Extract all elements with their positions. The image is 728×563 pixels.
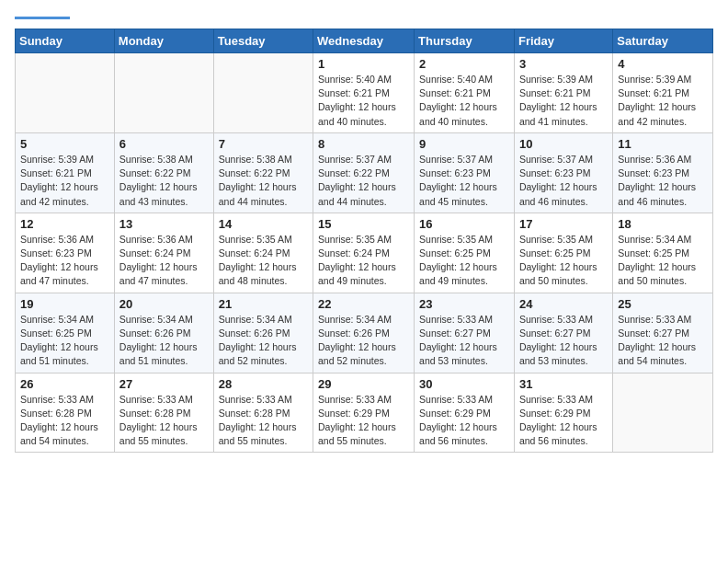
- day-info: Sunrise: 5:40 AMSunset: 6:21 PMDaylight:…: [318, 73, 409, 129]
- calendar-cell: 4Sunrise: 5:39 AMSunset: 6:21 PMDaylight…: [613, 53, 713, 133]
- weekday-header-saturday: Saturday: [613, 29, 713, 53]
- calendar-cell: 21Sunrise: 5:34 AMSunset: 6:26 PMDayligh…: [213, 293, 313, 373]
- day-number: 24: [519, 297, 608, 311]
- day-info: Sunrise: 5:37 AMSunset: 6:22 PMDaylight:…: [318, 153, 409, 209]
- day-info: Sunrise: 5:36 AMSunset: 6:23 PMDaylight:…: [618, 153, 708, 209]
- calendar-week-row: 12Sunrise: 5:36 AMSunset: 6:23 PMDayligh…: [16, 213, 713, 293]
- day-info: Sunrise: 5:35 AMSunset: 6:24 PMDaylight:…: [219, 233, 308, 289]
- weekday-header-wednesday: Wednesday: [313, 29, 415, 53]
- calendar-cell: 24Sunrise: 5:33 AMSunset: 6:27 PMDayligh…: [514, 293, 612, 373]
- day-number: 29: [318, 377, 409, 391]
- day-number: 31: [519, 377, 608, 391]
- calendar-cell: [16, 53, 115, 133]
- day-info: Sunrise: 5:33 AMSunset: 6:28 PMDaylight:…: [219, 393, 308, 449]
- calendar-week-row: 26Sunrise: 5:33 AMSunset: 6:28 PMDayligh…: [16, 373, 713, 453]
- calendar-week-row: 1Sunrise: 5:40 AMSunset: 6:21 PMDaylight…: [16, 53, 713, 133]
- calendar-cell: 12Sunrise: 5:36 AMSunset: 6:23 PMDayligh…: [16, 213, 115, 293]
- day-number: 27: [119, 377, 209, 391]
- calendar-cell: 19Sunrise: 5:34 AMSunset: 6:25 PMDayligh…: [16, 293, 115, 373]
- day-number: 8: [318, 137, 409, 151]
- day-info: Sunrise: 5:33 AMSunset: 6:29 PMDaylight:…: [318, 393, 409, 449]
- day-number: 23: [419, 297, 509, 311]
- calendar-cell: 10Sunrise: 5:37 AMSunset: 6:23 PMDayligh…: [514, 132, 612, 213]
- calendar-cell: 28Sunrise: 5:33 AMSunset: 6:28 PMDayligh…: [213, 373, 313, 453]
- calendar-cell: 7Sunrise: 5:38 AMSunset: 6:22 PMDaylight…: [213, 132, 313, 213]
- calendar-cell: 5Sunrise: 5:39 AMSunset: 6:21 PMDaylight…: [16, 132, 115, 213]
- calendar-table: SundayMondayTuesdayWednesdayThursdayFrid…: [15, 29, 713, 453]
- page-header: [15, 15, 713, 19]
- calendar-cell: 31Sunrise: 5:33 AMSunset: 6:29 PMDayligh…: [514, 373, 612, 453]
- calendar-cell: [213, 53, 313, 133]
- weekday-header-friday: Friday: [514, 29, 612, 53]
- day-number: 21: [219, 297, 308, 311]
- day-info: Sunrise: 5:34 AMSunset: 6:25 PMDaylight:…: [618, 233, 708, 289]
- day-info: Sunrise: 5:34 AMSunset: 6:25 PMDaylight:…: [20, 313, 109, 369]
- day-info: Sunrise: 5:33 AMSunset: 6:27 PMDaylight:…: [419, 313, 509, 369]
- day-info: Sunrise: 5:40 AMSunset: 6:21 PMDaylight:…: [419, 73, 509, 129]
- logo: [15, 15, 70, 19]
- day-info: Sunrise: 5:34 AMSunset: 6:26 PMDaylight:…: [119, 313, 209, 369]
- weekday-header-tuesday: Tuesday: [213, 29, 313, 53]
- day-info: Sunrise: 5:34 AMSunset: 6:26 PMDaylight:…: [318, 313, 409, 369]
- calendar-cell: 16Sunrise: 5:35 AMSunset: 6:25 PMDayligh…: [415, 213, 515, 293]
- calendar-cell: 23Sunrise: 5:33 AMSunset: 6:27 PMDayligh…: [415, 293, 515, 373]
- day-number: 3: [519, 57, 608, 71]
- day-info: Sunrise: 5:33 AMSunset: 6:27 PMDaylight:…: [618, 313, 708, 369]
- day-number: 19: [20, 297, 109, 311]
- day-info: Sunrise: 5:35 AMSunset: 6:25 PMDaylight:…: [519, 233, 608, 289]
- calendar-cell: 22Sunrise: 5:34 AMSunset: 6:26 PMDayligh…: [313, 293, 415, 373]
- day-number: 9: [419, 137, 509, 151]
- calendar-cell: 18Sunrise: 5:34 AMSunset: 6:25 PMDayligh…: [613, 213, 713, 293]
- day-number: 30: [419, 377, 509, 391]
- calendar-cell: [114, 53, 213, 133]
- day-number: 2: [419, 57, 509, 71]
- logo-underline: [15, 17, 70, 19]
- calendar-cell: 17Sunrise: 5:35 AMSunset: 6:25 PMDayligh…: [514, 213, 612, 293]
- calendar-cell: 8Sunrise: 5:37 AMSunset: 6:22 PMDaylight…: [313, 132, 415, 213]
- calendar-cell: 15Sunrise: 5:35 AMSunset: 6:24 PMDayligh…: [313, 213, 415, 293]
- calendar-cell: 3Sunrise: 5:39 AMSunset: 6:21 PMDaylight…: [514, 53, 612, 133]
- day-number: 1: [318, 57, 409, 71]
- day-number: 10: [519, 137, 608, 151]
- calendar-cell: 13Sunrise: 5:36 AMSunset: 6:24 PMDayligh…: [114, 213, 213, 293]
- day-number: 13: [119, 217, 209, 231]
- day-number: 20: [119, 297, 209, 311]
- day-info: Sunrise: 5:34 AMSunset: 6:26 PMDaylight:…: [219, 313, 308, 369]
- day-info: Sunrise: 5:36 AMSunset: 6:23 PMDaylight:…: [20, 233, 109, 289]
- weekday-header-monday: Monday: [114, 29, 213, 53]
- calendar-cell: [613, 373, 713, 453]
- calendar-cell: 2Sunrise: 5:40 AMSunset: 6:21 PMDaylight…: [415, 53, 515, 133]
- day-info: Sunrise: 5:35 AMSunset: 6:24 PMDaylight:…: [318, 233, 409, 289]
- day-info: Sunrise: 5:37 AMSunset: 6:23 PMDaylight:…: [519, 153, 608, 209]
- calendar-cell: 9Sunrise: 5:37 AMSunset: 6:23 PMDaylight…: [415, 132, 515, 213]
- day-info: Sunrise: 5:36 AMSunset: 6:24 PMDaylight:…: [119, 233, 209, 289]
- weekday-header-thursday: Thursday: [415, 29, 515, 53]
- day-number: 17: [519, 217, 608, 231]
- day-info: Sunrise: 5:38 AMSunset: 6:22 PMDaylight:…: [119, 153, 209, 209]
- calendar-cell: 27Sunrise: 5:33 AMSunset: 6:28 PMDayligh…: [114, 373, 213, 453]
- calendar-cell: 6Sunrise: 5:38 AMSunset: 6:22 PMDaylight…: [114, 132, 213, 213]
- calendar-cell: 29Sunrise: 5:33 AMSunset: 6:29 PMDayligh…: [313, 373, 415, 453]
- day-number: 11: [618, 137, 708, 151]
- calendar-cell: 30Sunrise: 5:33 AMSunset: 6:29 PMDayligh…: [415, 373, 515, 453]
- day-number: 7: [219, 137, 308, 151]
- day-info: Sunrise: 5:37 AMSunset: 6:23 PMDaylight:…: [419, 153, 509, 209]
- day-number: 14: [219, 217, 308, 231]
- day-info: Sunrise: 5:33 AMSunset: 6:28 PMDaylight:…: [119, 393, 209, 449]
- day-info: Sunrise: 5:35 AMSunset: 6:25 PMDaylight:…: [419, 233, 509, 289]
- day-info: Sunrise: 5:38 AMSunset: 6:22 PMDaylight:…: [219, 153, 308, 209]
- calendar-cell: 1Sunrise: 5:40 AMSunset: 6:21 PMDaylight…: [313, 53, 415, 133]
- day-number: 28: [219, 377, 308, 391]
- day-number: 25: [618, 297, 708, 311]
- day-number: 22: [318, 297, 409, 311]
- day-number: 18: [618, 217, 708, 231]
- day-info: Sunrise: 5:39 AMSunset: 6:21 PMDaylight:…: [618, 73, 708, 129]
- day-info: Sunrise: 5:39 AMSunset: 6:21 PMDaylight:…: [519, 73, 608, 129]
- calendar-cell: 26Sunrise: 5:33 AMSunset: 6:28 PMDayligh…: [16, 373, 115, 453]
- day-number: 4: [618, 57, 708, 71]
- day-number: 16: [419, 217, 509, 231]
- day-info: Sunrise: 5:33 AMSunset: 6:29 PMDaylight:…: [419, 393, 509, 449]
- day-info: Sunrise: 5:33 AMSunset: 6:28 PMDaylight:…: [20, 393, 109, 449]
- day-info: Sunrise: 5:39 AMSunset: 6:21 PMDaylight:…: [20, 153, 109, 209]
- day-number: 5: [20, 137, 109, 151]
